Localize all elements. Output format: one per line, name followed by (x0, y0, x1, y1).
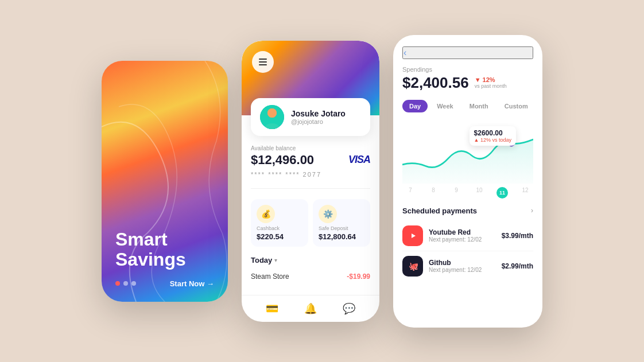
stats-row: 💰 Cashback $220.54 ⚙️ Safe Deposit $12,8… (242, 194, 379, 251)
spendings-amount: $2,400.56 (402, 74, 469, 92)
balance-amount: $12,496.00 (251, 153, 314, 168)
phone-1: Smart Savings Start Now → (102, 61, 228, 302)
cashback-value: $220.54 (257, 232, 302, 241)
tab-week[interactable]: Week (430, 100, 460, 112)
dot-3 (131, 281, 136, 286)
youtube-name: Youtube Red (429, 228, 496, 236)
x-label-8: 8 (428, 187, 439, 198)
menu-line-2 (259, 61, 267, 63)
x-axis: 7 8 9 10 11 12 (402, 187, 533, 198)
transaction-name: Steam Store (251, 273, 289, 281)
phone-2: Josuke Jotaro @jojojotaro Available bala… (242, 41, 379, 322)
profile-info: Josuke Jotaro @jojojotaro (291, 109, 346, 125)
change-label: vs past month (475, 83, 507, 89)
youtube-icon (402, 225, 423, 246)
balance-label: Available balance (251, 145, 370, 151)
nav-chat-icon[interactable]: 💬 (343, 302, 355, 315)
dot-1 (115, 281, 120, 286)
smart-savings-title: Smart Savings (115, 229, 214, 270)
carousel-dots (115, 281, 136, 286)
balance-divider (251, 188, 370, 189)
profile-card: Josuke Jotaro @jojojotaro (251, 98, 370, 136)
deposit-label: Safe Deposit (319, 225, 364, 231)
title-line1: Smart (115, 229, 168, 250)
x-label-10: 10 (474, 187, 485, 198)
chevron-down-icon: ▾ (274, 257, 277, 263)
tooltip-change: ▲ 12% vs today (474, 137, 511, 143)
youtube-amount: $3.99/mth (502, 232, 533, 240)
scheduled-arrow-icon[interactable]: › (531, 207, 533, 215)
x-label-7: 7 (405, 187, 416, 198)
today-label: Today (251, 256, 272, 264)
svg-marker-5 (412, 233, 416, 238)
avatar (260, 105, 284, 129)
payment-item-github: 🐙 Github Next payment: 12/02 $2.99/mth (402, 251, 533, 281)
x-label-12: 12 (519, 187, 531, 198)
x-label-9: 9 (451, 187, 462, 198)
menu-line-1 (259, 59, 267, 60)
start-now-button[interactable]: Start Now → (170, 279, 214, 288)
spending-chart: $2600.00 ▲ 12% vs today (402, 120, 533, 184)
phone-3: ‹ Spendings $2,400.56 ▼ 12% vs past mont… (393, 35, 542, 328)
youtube-date: Next payment: 12/02 (429, 236, 496, 243)
scheduled-header: Scheduled payments › (402, 207, 533, 215)
cashback-icon: 💰 (257, 205, 275, 223)
today-section: Today ▾ Steam Store -$19.99 (242, 251, 379, 286)
cashback-card: 💰 Cashback $220.54 (251, 199, 308, 247)
github-amount: $2.99/mth (502, 262, 533, 270)
youtube-info: Youtube Red Next payment: 12/02 (429, 228, 496, 243)
menu-line-3 (259, 64, 267, 65)
payment-item-youtube: Youtube Red Next payment: 12/02 $3.99/mt… (402, 221, 533, 251)
chart-tooltip: $2600.00 ▲ 12% vs today (470, 126, 516, 146)
github-date: Next payment: 12/02 (429, 267, 496, 273)
phone-1-content: Smart Savings Start Now → (115, 229, 214, 287)
deposit-card: ⚙️ Safe Deposit $12,800.64 (313, 199, 370, 247)
nav-bell-icon[interactable]: 🔔 (304, 302, 317, 315)
github-icon: 🐙 (402, 256, 423, 277)
nav-card-icon[interactable]: 💳 (266, 302, 278, 315)
visa-logo: VISA (348, 154, 370, 166)
deposit-value: $12,800.64 (319, 232, 364, 241)
dot-2 (123, 281, 128, 286)
change-badge: ▼ 12% vs past month (475, 76, 507, 89)
spendings-label: Spendings (402, 66, 533, 73)
x-label-11-active: 11 (496, 187, 508, 198)
profile-handle: @jojojotaro (291, 118, 346, 125)
change-percent: ▼ 12% (475, 76, 495, 83)
github-name: Github (429, 259, 496, 267)
deposit-icon: ⚙️ (319, 205, 337, 223)
today-row: Today ▾ (251, 256, 370, 264)
scheduled-title: Scheduled payments (402, 207, 477, 215)
balance-visa-row: $12,496.00 VISA (251, 153, 370, 168)
transaction-row: Steam Store -$19.99 (251, 269, 370, 284)
github-info: Github Next payment: 12/02 (429, 259, 496, 273)
period-tabs: Day Week Month Custom (402, 100, 533, 112)
balance-section: Available balance $12,496.00 VISA **** *… (242, 136, 379, 182)
spendings-row: $2,400.56 ▼ 12% vs past month (402, 74, 533, 92)
transaction-amount: -$19.99 (347, 273, 370, 281)
tab-month[interactable]: Month (463, 100, 495, 112)
profile-name: Josuke Jotaro (291, 109, 346, 118)
dots-and-cta: Start Now → (115, 279, 214, 288)
cashback-label: Cashback (257, 225, 302, 231)
card-number: **** **** **** 2077 (251, 171, 370, 178)
svg-point-3 (267, 108, 277, 118)
menu-button[interactable] (252, 51, 274, 73)
back-button[interactable]: ‹ (402, 46, 533, 59)
title-line2: Savings (115, 249, 186, 270)
tab-custom[interactable]: Custom (498, 100, 535, 112)
tooltip-amount: $2600.00 (474, 129, 511, 137)
svg-text:🐙: 🐙 (409, 262, 418, 271)
tab-day[interactable]: Day (402, 100, 428, 112)
bottom-nav: 💳 🔔 💬 (242, 295, 379, 322)
